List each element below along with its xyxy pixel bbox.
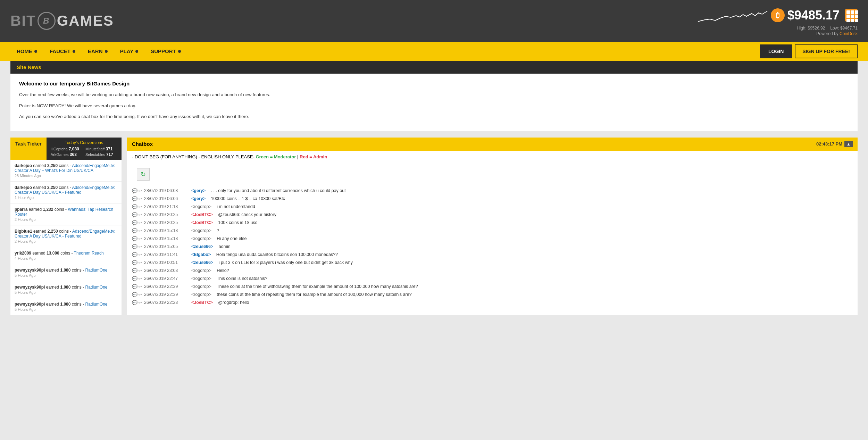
chat-like-icon[interactable]: 💬 xyxy=(132,220,137,225)
site-news-p2: Poker is NOW READY! We will have several… xyxy=(19,102,849,109)
price-chart xyxy=(698,6,767,25)
site-news-content: Welcome to our temporary BitGames Design… xyxy=(10,74,858,131)
chat-like-icon[interactable]: 💬 xyxy=(132,212,137,217)
chat-messages-container: 💬 ↩ 28/07/2019 06:08 <gery> . . . only f… xyxy=(127,185,858,308)
ticker-item: Bigblue1 earned 2,250 coins - Adscend/En… xyxy=(10,225,122,247)
ticker-item: pewnyzysk90pl earned 1,080 coins - Radiu… xyxy=(10,264,122,281)
chat-quote-icon[interactable]: ↩ xyxy=(138,212,142,217)
chat-like-icon[interactable]: 💬 xyxy=(132,292,137,297)
ticker-items-container: darkejoo earned 2,250 coins - Adscend/En… xyxy=(10,160,122,315)
chat-quote-icon[interactable]: ↩ xyxy=(138,260,142,265)
chat-quote-icon[interactable]: ↩ xyxy=(138,300,142,305)
chat-like-icon[interactable]: 💬 xyxy=(132,196,137,201)
conversions-title: Today's Conversions xyxy=(51,140,117,145)
chat-refresh-area: ↻ xyxy=(127,163,858,185)
ticker-item: pewnyzysk90pl earned 1,080 coins - Radiu… xyxy=(10,298,122,315)
refresh-icon: ↻ xyxy=(141,171,146,178)
site-news-p1: Over the next few weeks, we will be work… xyxy=(19,91,849,98)
chat-like-icon[interactable]: 💬 xyxy=(132,252,137,257)
conv-hcaptcha: HCaptcha 7,080 xyxy=(51,147,83,151)
site-news-p3: As you can see we've added a chat box fo… xyxy=(19,113,849,120)
btc-price: $9485.17 xyxy=(787,8,840,23)
chat-like-icon[interactable]: 💬 xyxy=(132,260,137,265)
chat-message: 💬 ↩ 27/07/2019 15:18 <rogdrop> ? xyxy=(132,227,853,235)
chat-like-icon[interactable]: 💬 xyxy=(132,236,137,241)
chat-like-icon[interactable]: 💬 xyxy=(132,276,137,281)
logo: BIT B GAMES xyxy=(10,12,114,30)
header: BIT B GAMES ₿ $9485.17 High: $9526.9 xyxy=(0,0,868,42)
chat-quote-icon[interactable]: ↩ xyxy=(138,244,142,249)
chat-quote-icon[interactable]: ↩ xyxy=(138,292,142,297)
chat-like-icon[interactable]: 💬 xyxy=(132,244,137,249)
nav-earn[interactable]: EARN xyxy=(82,42,114,61)
signup-button[interactable]: SIGN UP FOR FREE! xyxy=(795,44,858,58)
chat-refresh-button[interactable]: ↻ xyxy=(137,168,150,181)
chat-quote-icon[interactable]: ↩ xyxy=(138,204,142,209)
grid-icon[interactable] xyxy=(845,9,858,22)
chat-like-icon[interactable]: 💬 xyxy=(132,300,137,305)
chat-message: 💬 ↩ 27/07/2019 20:25 <JoeBTC> @zeus666: … xyxy=(132,211,853,219)
chatbox-title: Chatbox xyxy=(132,141,153,147)
chat-message: 💬 ↩ 27/07/2019 11:41 <Elgabo> Hola tengo… xyxy=(132,251,853,259)
ticker-item: pewnyzysk90pl earned 1,080 coins - Radiu… xyxy=(10,281,122,298)
nav-home[interactable]: HOME xyxy=(10,42,43,61)
chat-message: 💬 ↩ 26/07/2019 22:47 <rogdrop> This coin… xyxy=(132,275,853,283)
conv-minutestaff: MinuteStaff 371 xyxy=(85,147,117,151)
logo-bit: BIT xyxy=(10,13,36,29)
chat-message: 💬 ↩ 26/07/2019 22:23 <JoeBTC> @rogdrop: … xyxy=(132,299,853,307)
main-content: Site News Welcome to our temporary BitGa… xyxy=(0,61,868,326)
ticker-item: darkejoo earned 2,250 coins - Adscend/En… xyxy=(10,182,122,204)
chat-message: 💬 ↩ 27/07/2019 20:25 <JoeBTC> 100k coins… xyxy=(132,219,853,227)
price-area: ₿ $9485.17 High: $9526.92 Low: $9467.71 … xyxy=(698,6,858,36)
nav-faucet[interactable]: FAUCET xyxy=(43,42,82,61)
chat-message: 💬 ↩ 26/07/2019 23:03 <rogdrop> Hello? xyxy=(132,267,853,275)
chat-quote-icon[interactable]: ↩ xyxy=(138,188,142,193)
chat-quote-icon[interactable]: ↩ xyxy=(138,196,142,201)
chat-quote-icon[interactable]: ↩ xyxy=(138,252,142,257)
chat-message: 💬 ↩ 27/07/2019 15:05 <zeus666> admin xyxy=(132,243,853,251)
nav-dot xyxy=(178,50,181,53)
chatbox-time: 02:43:17 PM ▲ xyxy=(816,141,853,147)
chat-quote-icon[interactable]: ↩ xyxy=(138,276,142,281)
task-ticker-header: Task Ticker Today's Conversions HCaptcha… xyxy=(10,138,122,160)
chat-like-icon[interactable]: 💬 xyxy=(132,204,137,209)
nav-play[interactable]: PLAY xyxy=(114,42,145,61)
task-ticker-title: Task Ticker xyxy=(10,138,47,160)
two-col-layout: Task Ticker Today's Conversions HCaptcha… xyxy=(10,138,858,315)
chat-quote-icon[interactable]: ↩ xyxy=(138,284,142,289)
nav-dot xyxy=(34,50,37,53)
login-button[interactable]: LOGIN xyxy=(760,44,792,58)
chat-like-icon[interactable]: 💬 xyxy=(132,268,137,273)
price-high: High: $9526.92 xyxy=(797,26,825,31)
ticker-item: darkejoo earned 2,250 coins - Adscend/En… xyxy=(10,160,122,182)
coindesk-link[interactable]: CoinDesk xyxy=(840,31,858,36)
chat-message: 💬 ↩ 27/07/2019 00:51 <zeus666> i put 3 k… xyxy=(132,259,853,267)
logo-coin-icon: B xyxy=(37,12,56,30)
chat-quote-icon[interactable]: ↩ xyxy=(138,236,142,241)
site-news-banner: Site News xyxy=(10,61,858,74)
chat-message: 💬 ↩ 26/07/2019 22:39 <rogdrop> these coi… xyxy=(132,291,853,299)
chat-quote-icon[interactable]: ↩ xyxy=(138,220,142,225)
chat-like-icon[interactable]: 💬 xyxy=(132,228,137,233)
chat-message: 💬 ↩ 27/07/2019 21:13 <rogdrop> i m not u… xyxy=(132,203,853,211)
nav-support[interactable]: SUPPORT xyxy=(144,42,187,61)
site-news-title: Welcome to our temporary BitGames Design xyxy=(19,81,849,86)
chat-rules: - DON'T BEG (FOR ANYTHING) - ENGLISH ONL… xyxy=(127,151,858,163)
nav-dot xyxy=(73,50,75,53)
price-low: Low: $9467.71 xyxy=(830,26,858,31)
conv-arkgames: ArkGames 363 xyxy=(51,152,83,157)
chat-collapse-button[interactable]: ▲ xyxy=(844,141,853,147)
task-ticker: Task Ticker Today's Conversions HCaptcha… xyxy=(10,138,122,315)
chat-quote-icon[interactable]: ↩ xyxy=(138,228,142,233)
nav-links: HOME FAUCET EARN PLAY SUPPORT xyxy=(10,42,187,61)
btc-icon: ₿ xyxy=(771,8,785,22)
nav-dot xyxy=(105,50,108,53)
chat-like-icon[interactable]: 💬 xyxy=(132,284,137,289)
chat-message: 💬 ↩ 28/07/2019 06:08 <gery> . . . only f… xyxy=(132,187,853,195)
conversions-grid: HCaptcha 7,080 MinuteStaff 371 ArkGames … xyxy=(51,147,117,157)
powered-by-label: Powered by xyxy=(816,31,840,36)
chatbox-header: Chatbox 02:43:17 PM ▲ xyxy=(127,138,858,151)
chat-like-icon[interactable]: 💬 xyxy=(132,188,137,193)
ticker-item: pparra earned 1,232 coins - Wannads: Tap… xyxy=(10,204,122,225)
chat-quote-icon[interactable]: ↩ xyxy=(138,268,142,273)
